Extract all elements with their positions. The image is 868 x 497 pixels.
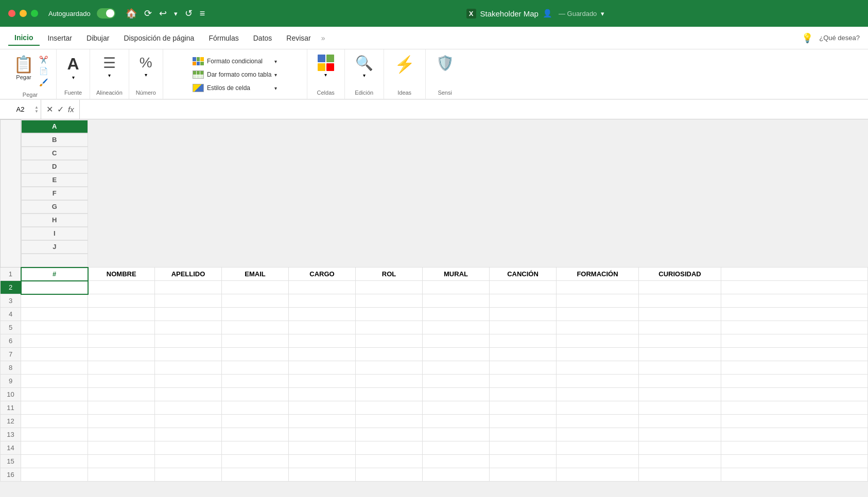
col-header-i[interactable]: I	[21, 227, 88, 240]
row-num-8[interactable]: 8	[1, 361, 21, 375]
menu-right: 💡 ¿Qué desea?	[802, 32, 860, 44]
ideas-button[interactable]: ⚡	[390, 52, 419, 76]
fx-button[interactable]: fx	[68, 105, 74, 114]
menu-inicio[interactable]: Inicio	[8, 30, 40, 46]
cell-reference[interactable]: A2 ▲ ▼	[0, 100, 41, 119]
alignment-button[interactable]: ☰ ▾	[99, 52, 120, 80]
col-header-b[interactable]: B	[21, 133, 88, 147]
copy-icon: 📄	[39, 67, 48, 75]
cell-c2[interactable]	[155, 281, 222, 294]
cell-h1[interactable]: CANCIÓN	[490, 268, 557, 281]
cell-j1[interactable]: CURIOSIDAD	[639, 268, 721, 281]
cell-f2[interactable]	[356, 281, 423, 294]
cell-k1[interactable]	[721, 268, 868, 281]
col-header-f[interactable]: F	[21, 187, 88, 200]
close-button[interactable]	[8, 10, 15, 17]
cell-g2[interactable]	[423, 281, 490, 294]
row-num-5[interactable]: 5	[1, 321, 21, 334]
sensitivity-icon: 🛡️	[436, 55, 454, 72]
font-button[interactable]: A ▾	[63, 52, 83, 82]
es-dropdown[interactable]: ▾	[274, 85, 277, 91]
menu-formulas[interactable]: Fórmulas	[202, 31, 245, 45]
menu-more[interactable]: »	[321, 34, 325, 42]
cut-button[interactable]: ✂️	[37, 55, 50, 65]
formula-actions: ✕ ✓ fx	[41, 100, 80, 119]
row-num-14[interactable]: 14	[1, 441, 21, 455]
sync-icon[interactable]: ⟳	[144, 8, 152, 19]
minimize-button[interactable]	[20, 10, 27, 17]
row-num-16[interactable]: 16	[1, 468, 21, 482]
row-num-4[interactable]: 4	[1, 308, 21, 321]
help-icon[interactable]: 💡	[802, 32, 813, 44]
row-num-7[interactable]: 7	[1, 348, 21, 361]
cell-d2[interactable]	[222, 281, 289, 294]
cell-h2[interactable]	[490, 281, 557, 294]
format-painter-button[interactable]: 🖌️	[37, 77, 50, 87]
row-num-9[interactable]: 9	[1, 375, 21, 388]
col-header-j[interactable]: J	[21, 240, 88, 254]
copy-button[interactable]: 📄	[37, 66, 50, 76]
saved-dropdown-icon[interactable]: ▾	[601, 10, 604, 17]
undo-icon[interactable]: ↩	[159, 8, 167, 19]
cell-e1[interactable]: CARGO	[289, 268, 356, 281]
menu-insertar[interactable]: Insertar	[42, 31, 78, 45]
menu-dibujar[interactable]: Dibujar	[80, 31, 115, 45]
cell-i2[interactable]	[557, 281, 639, 294]
arrow-down: ▼	[34, 110, 39, 114]
confirm-formula-btn[interactable]: ✓	[57, 104, 64, 114]
undo-dropdown-icon[interactable]: ▾	[174, 10, 178, 17]
cell-d1[interactable]: EMAIL	[222, 268, 289, 281]
ideas-content: ⚡	[390, 52, 419, 87]
dar-formato-tabla-btn[interactable]: Dar formato como tabla ▾	[189, 69, 280, 80]
row-num-6[interactable]: 6	[1, 334, 21, 348]
cell-b1[interactable]: NOMBRE	[88, 268, 155, 281]
cell-a1[interactable]: #	[21, 268, 88, 281]
edicion-button[interactable]: 🔍 ▾	[351, 52, 377, 80]
row-num-3[interactable]: 3	[1, 294, 21, 308]
cell-i1[interactable]: FORMACIÓN	[557, 268, 639, 281]
row-num-11[interactable]: 11	[1, 401, 21, 415]
home-icon[interactable]: 🏠	[126, 8, 137, 19]
autosave-toggle[interactable]	[97, 8, 115, 19]
celdas-button[interactable]: ▾	[314, 52, 338, 80]
number-button[interactable]: % ▾	[135, 52, 157, 80]
cell-j2[interactable]	[639, 281, 721, 294]
what-desire-btn[interactable]: ¿Qué desea?	[819, 34, 860, 42]
col-header-d[interactable]: D	[21, 160, 88, 173]
df-dropdown[interactable]: ▾	[274, 72, 277, 78]
row-num-2[interactable]: 2	[1, 281, 21, 294]
row-num-1[interactable]: 1	[1, 268, 21, 281]
cell-b2[interactable]	[88, 281, 155, 294]
col-header-g[interactable]: G	[21, 200, 88, 214]
cell-f1[interactable]: ROL	[356, 268, 423, 281]
pegar-button[interactable]: 📋 Pegar	[10, 52, 37, 90]
cancel-formula-btn[interactable]: ✕	[46, 104, 53, 114]
document-title[interactable]: Stakeholder Map	[480, 9, 539, 18]
col-header-k[interactable]	[21, 254, 88, 267]
cell-c1[interactable]: APELLIDO	[155, 268, 222, 281]
formula-input[interactable]	[80, 100, 868, 119]
sensibilidad-button[interactable]: 🛡️	[432, 52, 458, 74]
cf-dropdown[interactable]: ▾	[274, 59, 277, 64]
formato-condicional-btn[interactable]: Formato condicional ▾	[189, 56, 280, 67]
menu-disposicion[interactable]: Disposición de página	[117, 31, 200, 45]
cell-g1[interactable]: MURAL	[423, 268, 490, 281]
customize-icon[interactable]: ≡	[200, 8, 205, 19]
col-header-a[interactable]: A	[21, 120, 88, 133]
row-num-15[interactable]: 15	[1, 455, 21, 468]
estilos-celda-btn[interactable]: Estilos de celda ▾	[189, 82, 280, 94]
cell-k2[interactable]	[721, 281, 868, 294]
row-num-10[interactable]: 10	[1, 388, 21, 401]
table-row: 9	[1, 375, 868, 388]
redo-icon[interactable]: ↺	[185, 8, 193, 19]
col-header-e[interactable]: E	[21, 173, 88, 187]
col-header-c[interactable]: C	[21, 147, 88, 160]
row-num-12[interactable]: 12	[1, 415, 21, 428]
menu-revisar[interactable]: Revisar	[280, 31, 317, 45]
cell-e2[interactable]	[289, 281, 356, 294]
maximize-button[interactable]	[31, 10, 38, 17]
row-num-13[interactable]: 13	[1, 428, 21, 441]
col-header-h[interactable]: H	[21, 214, 88, 227]
menu-datos[interactable]: Datos	[247, 31, 279, 45]
cell-a2[interactable]	[21, 281, 88, 294]
